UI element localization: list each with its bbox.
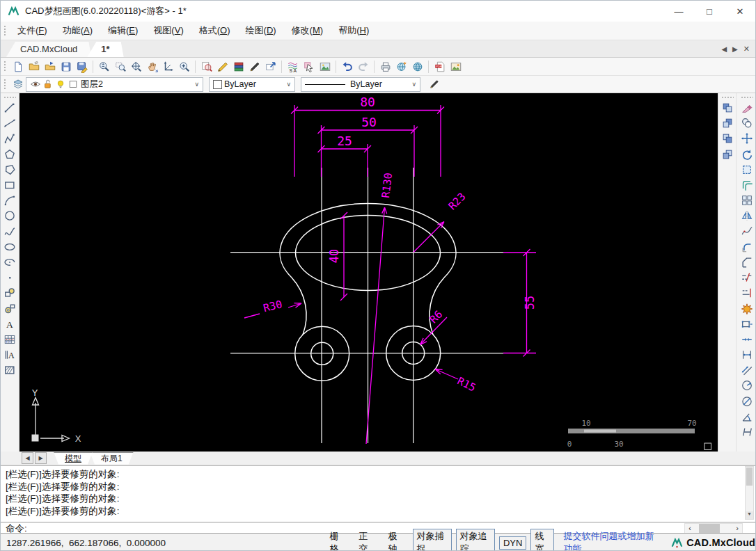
polygon-icon[interactable] (1, 147, 19, 162)
erase-icon[interactable] (737, 100, 756, 115)
mtext-icon[interactable]: A (1, 347, 19, 362)
dim-angular-icon[interactable] (737, 409, 756, 424)
sheet-tab[interactable]: 布局1 (90, 452, 134, 465)
chevron-down-icon[interactable]: ∨ (286, 81, 291, 88)
brush-icon[interactable] (429, 78, 440, 90)
line-icon[interactable] (1, 100, 19, 115)
copy-icon[interactable] (737, 115, 756, 131)
chevron-down-icon[interactable]: ∨ (194, 81, 199, 88)
offset-icon[interactable] (737, 177, 756, 193)
canvas-resize-grip[interactable] (704, 443, 711, 450)
circle-icon[interactable] (1, 208, 19, 223)
menu-item[interactable]: 格式(O) (191, 22, 238, 39)
eye-icon[interactable] (30, 78, 41, 90)
chamfer-icon[interactable] (737, 255, 756, 270)
status-toggle-线宽[interactable]: 线宽 (530, 529, 554, 551)
layer-colors-icon[interactable] (230, 59, 246, 74)
menu-item[interactable]: 绘图(D) (238, 22, 284, 39)
minimize-button[interactable]: — (663, 1, 694, 22)
maximize-button[interactable]: □ (694, 1, 725, 22)
status-toggle-栅格[interactable]: 栅格 (322, 529, 352, 551)
document-tab[interactable]: 1* (87, 42, 123, 57)
tab-close-icon[interactable]: ✕ (743, 45, 750, 54)
paste-block-icon[interactable] (718, 147, 737, 162)
swatch-icon[interactable] (68, 78, 79, 90)
new-file-icon[interactable] (10, 59, 26, 74)
scroll-left-icon[interactable]: ‹ (685, 524, 695, 533)
image-export-icon[interactable] (448, 59, 464, 74)
menu-item[interactable]: 修改(M) (284, 22, 331, 39)
layer-manager-icon[interactable] (10, 77, 26, 92)
pdf-export-icon[interactable]: PDF (432, 59, 448, 74)
chevron-down-icon[interactable]: ∨ (411, 81, 416, 88)
menu-item[interactable]: 帮助(H) (331, 22, 377, 39)
hatch-icon[interactable] (1, 362, 19, 378)
redo-icon[interactable] (355, 59, 371, 74)
color-combo[interactable]: ByLayer ∨ (209, 77, 295, 92)
scroll-right-icon[interactable]: › (732, 524, 742, 533)
tab-scroll-right-icon[interactable]: ▶ (732, 45, 738, 53)
stretch-icon[interactable] (737, 317, 756, 332)
pen-icon[interactable] (214, 59, 230, 74)
rectangle-icon[interactable] (1, 177, 19, 193)
print-icon[interactable] (377, 59, 393, 74)
command-vertical-scrollbar[interactable]: ▼ (745, 466, 754, 520)
web-sync-icon[interactable] (393, 59, 409, 74)
dim-diameter-icon[interactable] (737, 394, 756, 409)
sheet-tab[interactable]: 模型 (54, 452, 93, 465)
table-icon[interactable] (1, 332, 19, 347)
copy-with-base-icon[interactable] (718, 115, 737, 131)
zoom-pan-icon[interactable] (128, 59, 144, 74)
color-style-icon[interactable]: S A (285, 59, 301, 74)
array-icon[interactable] (737, 193, 756, 208)
layer-combo[interactable]: 图层2 ∨ (26, 77, 203, 92)
status-toggle-极轴[interactable]: 极轴 (381, 529, 411, 551)
point-icon[interactable] (1, 270, 19, 285)
zoom-window-icon[interactable] (112, 59, 128, 74)
pan-hand-icon[interactable] (144, 59, 160, 74)
scale-icon[interactable] (737, 162, 756, 177)
layers-stack-icon[interactable] (13, 78, 24, 90)
save-as-icon[interactable] (74, 59, 90, 74)
open-cloud-icon[interactable] (42, 59, 58, 74)
donut-icon[interactable] (1, 301, 19, 316)
drawing-canvas[interactable]: 80 50 25 40 55 R130 R23 R30 R6 R15 10 70 (19, 93, 718, 452)
ellipse-arc-icon[interactable] (1, 255, 19, 270)
unlock-icon[interactable] (42, 78, 54, 90)
polygon-2-icon[interactable] (1, 162, 19, 177)
command-horizontal-scrollbar[interactable]: ‹ › (684, 523, 743, 534)
menu-item[interactable]: 视图(V) (145, 22, 191, 39)
copy-clip-icon[interactable] (718, 100, 737, 115)
scrollbar-thumb[interactable] (699, 524, 720, 533)
fillet-icon[interactable] (737, 239, 756, 255)
sheet-scroll-right-icon[interactable]: ▶ (35, 452, 47, 464)
match-properties-icon[interactable] (426, 77, 442, 92)
document-tab[interactable]: CAD.MxCloud (6, 42, 91, 57)
construction-line-icon[interactable] (1, 115, 19, 131)
brush-icon[interactable] (246, 59, 262, 74)
edit-spline-icon[interactable] (737, 224, 756, 239)
menu-item[interactable]: 文件(F) (10, 22, 55, 39)
extend-icon[interactable] (737, 285, 756, 301)
status-toggle-对象追踪[interactable]: 对象追踪 (456, 529, 495, 551)
join-icon[interactable] (737, 332, 756, 347)
undo-icon[interactable] (339, 59, 355, 74)
select-edit-icon[interactable] (301, 59, 317, 74)
zoom-extents-icon[interactable] (96, 59, 112, 74)
dim-aligned-icon[interactable] (737, 362, 756, 378)
trim-icon[interactable] (737, 270, 756, 285)
arc-icon[interactable] (1, 193, 19, 208)
canvas-area[interactable]: 80 50 25 40 55 R130 R23 R30 R6 R15 10 70 (19, 93, 718, 452)
open-folder-icon[interactable] (26, 59, 42, 74)
linetype-combo[interactable]: ByLayer ∨ (301, 77, 420, 92)
close-button[interactable]: ✕ (725, 1, 755, 22)
explode-icon[interactable] (737, 301, 756, 316)
export-window-icon[interactable] (262, 59, 278, 74)
feedback-link[interactable]: 提交软件问题或增加新功能 (563, 530, 663, 551)
block-insert-icon[interactable] (1, 285, 19, 301)
menu-item[interactable]: 编辑(E) (100, 22, 145, 39)
dim-jogged-icon[interactable] (737, 424, 756, 440)
dim-linear-icon[interactable] (737, 347, 756, 362)
dim-radius-icon[interactable] (737, 378, 756, 393)
spline-icon[interactable] (1, 224, 19, 239)
